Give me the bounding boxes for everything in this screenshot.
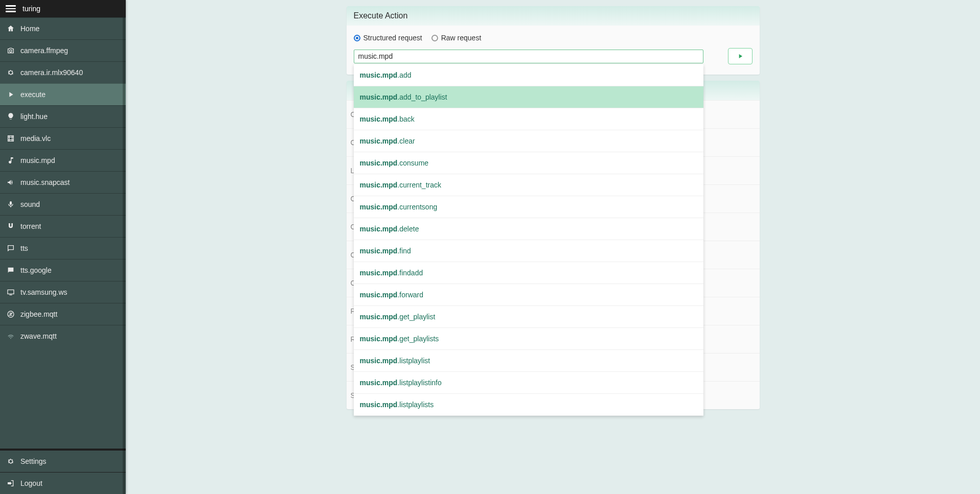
sidebar-item-label: tv.samsung.ws	[20, 288, 67, 296]
autocomplete-prefix: music.mpd	[360, 269, 398, 277]
autocomplete-item[interactable]: music.mpd.back	[354, 108, 703, 130]
request-type-radios: Structured request Raw request	[354, 34, 753, 42]
autocomplete-item[interactable]: music.mpd.add_to_playlist	[354, 86, 703, 108]
autocomplete-item[interactable]: music.mpd.listplaylistinfo	[354, 372, 703, 394]
sidebar-item-tv-samsung-ws[interactable]: tv.samsung.ws	[0, 281, 126, 303]
autocomplete-item[interactable]: music.mpd.findadd	[354, 262, 703, 284]
sidebar-item-label: camera.ffmpeg	[20, 46, 68, 55]
sidebar-item-label: Logout	[20, 479, 42, 487]
autocomplete-prefix: music.mpd	[360, 357, 398, 365]
mic-icon	[6, 200, 15, 208]
sidebar-item-zigbee-mqtt[interactable]: zigbee.mqtt	[0, 303, 126, 325]
sidebar-item-label: light.hue	[20, 112, 48, 121]
autocomplete-suffix: .forward	[397, 291, 423, 299]
music-icon	[6, 156, 15, 164]
sidebar-item-label: execute	[20, 90, 45, 99]
sidebar-header: turing	[0, 0, 126, 17]
autocomplete-suffix: .clear	[397, 137, 415, 145]
autocomplete-item[interactable]: music.mpd.add	[354, 64, 703, 86]
tv-icon	[6, 288, 15, 296]
sidebar-item-label: zwave.mqtt	[20, 332, 57, 340]
autocomplete-suffix: .listplaylists	[397, 401, 434, 409]
sidebar-item-tts-google[interactable]: tts.google	[0, 259, 126, 281]
sidebar-item-label: tts.google	[20, 266, 52, 274]
autocomplete-prefix: music.mpd	[360, 313, 398, 321]
sidebar-item-label: camera.ir.mlx90640	[20, 68, 83, 77]
autocomplete-prefix: music.mpd	[360, 71, 398, 79]
volume-icon	[6, 178, 15, 186]
sidebar-item-tts[interactable]: tts	[0, 237, 126, 259]
autocomplete-item[interactable]: music.mpd.get_playlists	[354, 328, 703, 350]
sidebar-item-settings[interactable]: Settings	[0, 450, 126, 472]
autocomplete-item[interactable]: music.mpd.current_track	[354, 174, 703, 196]
autocomplete-item[interactable]: music.mpd.get_playlist	[354, 306, 703, 328]
panel-title: Execute Action	[347, 6, 760, 26]
autocomplete-prefix: music.mpd	[360, 159, 398, 167]
autocomplete-item[interactable]: music.mpd.find	[354, 240, 703, 262]
autocomplete-prefix: music.mpd	[360, 379, 398, 387]
radio-structured-request[interactable]: Structured request	[354, 34, 422, 42]
sidebar-item-media-vlc[interactable]: media.vlc	[0, 127, 126, 149]
magnet-icon	[6, 222, 15, 230]
sidebar-item-execute[interactable]: execute	[0, 83, 126, 105]
main: Execute Action Structured request Raw re…	[126, 0, 980, 494]
sidebar-item-torrent[interactable]: torrent	[0, 215, 126, 237]
logout-icon	[6, 479, 15, 487]
autocomplete-prefix: music.mpd	[360, 401, 398, 409]
play-icon	[737, 53, 744, 60]
run-button[interactable]	[728, 48, 753, 64]
wifi-icon	[6, 332, 15, 340]
action-input[interactable]	[354, 50, 703, 63]
radio-structured-label: Structured request	[363, 34, 422, 42]
autocomplete-suffix: .add_to_playlist	[397, 93, 447, 101]
menu-icon[interactable]	[5, 3, 16, 14]
autocomplete-suffix: .get_playlist	[397, 313, 435, 321]
sidebar-item-label: music.snapcast	[20, 178, 70, 186]
sidebar-item-camera-ir-mlx90640[interactable]: camera.ir.mlx90640	[0, 61, 126, 83]
sidebar: turing Homecamera.ffmpegcamera.ir.mlx906…	[0, 0, 126, 494]
radio-dot-icon	[431, 35, 438, 41]
autocomplete-suffix: .findadd	[397, 269, 423, 277]
autocomplete-item[interactable]: music.mpd.listplaylist	[354, 350, 703, 372]
sidebar-list: Homecamera.ffmpegcamera.ir.mlx90640execu…	[0, 17, 126, 449]
autocomplete-suffix: .add	[397, 71, 411, 79]
sidebar-title: turing	[22, 5, 40, 13]
autocomplete-item[interactable]: music.mpd.consume	[354, 152, 703, 174]
sidebar-item-Home[interactable]: Home	[0, 17, 126, 39]
radio-dot-icon	[354, 35, 360, 41]
sidebar-item-music-mpd[interactable]: music.mpd	[0, 149, 126, 171]
gear-icon	[6, 68, 15, 77]
autocomplete-item[interactable]: music.mpd.clear	[354, 130, 703, 152]
autocomplete-suffix: .get_playlists	[397, 335, 439, 343]
film-icon	[6, 134, 15, 143]
sidebar-item-sound[interactable]: sound	[0, 193, 126, 215]
sidebar-item-label: torrent	[20, 222, 41, 230]
autocomplete-prefix: music.mpd	[360, 137, 398, 145]
autocomplete-item[interactable]: music.mpd.listplaylists	[354, 394, 703, 416]
camera-icon	[6, 46, 15, 55]
sidebar-item-label: media.vlc	[20, 134, 51, 143]
autocomplete-suffix: .current_track	[397, 181, 441, 189]
autocomplete-suffix: .delete	[397, 225, 419, 233]
autocomplete-prefix: music.mpd	[360, 93, 398, 101]
sidebar-item-zwave-mqtt[interactable]: zwave.mqtt	[0, 325, 126, 347]
sidebar-item-label: music.mpd	[20, 156, 55, 164]
sidebar-item-logout[interactable]: Logout	[0, 472, 126, 494]
chat-icon	[6, 244, 15, 252]
sidebar-item-light-hue[interactable]: light.hue	[0, 105, 126, 127]
autocomplete-prefix: music.mpd	[360, 335, 398, 343]
radio-raw-request[interactable]: Raw request	[431, 34, 482, 42]
autocomplete-suffix: .consume	[397, 159, 428, 167]
autocomplete-suffix: .find	[397, 247, 411, 255]
home-icon	[6, 25, 15, 33]
gear-icon	[6, 457, 15, 465]
zigbee-icon	[6, 310, 15, 318]
sidebar-bottom: SettingsLogout	[0, 450, 126, 494]
autocomplete-prefix: music.mpd	[360, 115, 398, 123]
autocomplete-prefix: music.mpd	[360, 247, 398, 255]
sidebar-item-music-snapcast[interactable]: music.snapcast	[0, 171, 126, 193]
autocomplete-item[interactable]: music.mpd.forward	[354, 284, 703, 306]
autocomplete-item[interactable]: music.mpd.currentsong	[354, 196, 703, 218]
autocomplete-item[interactable]: music.mpd.delete	[354, 218, 703, 240]
sidebar-item-camera-ffmpeg[interactable]: camera.ffmpeg	[0, 39, 126, 61]
